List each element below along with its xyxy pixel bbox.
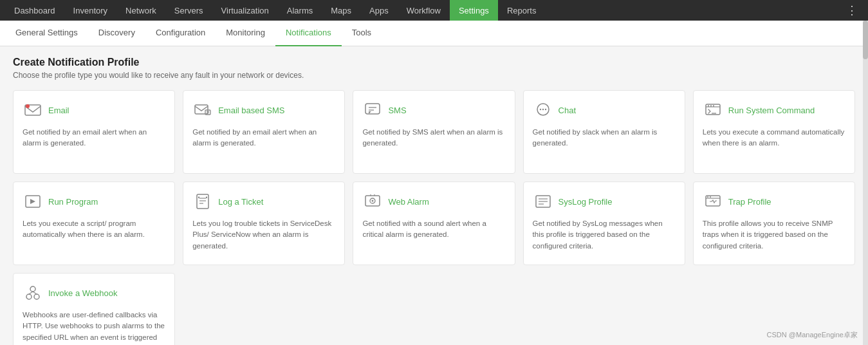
svg-line-44 [29,292,33,294]
card-trap-title: Trap Profile [728,197,771,207]
email-icon [23,100,43,120]
card-webhook-title: Invoke a Webhook [48,288,117,298]
page-title: Create Notification Profile [13,57,855,68]
card-run-program-desc: Lets you execute a script/ program autom… [23,218,165,241]
card-chat[interactable]: Chat Get notified by slack when an alarm… [523,90,685,174]
syslog-profile-icon [533,191,553,212]
svg-rect-17 [710,106,712,107]
svg-rect-22 [197,194,208,209]
card-run-program[interactable]: Run Program Lets you execute a script/ p… [13,182,175,265]
card-email-sms-title: Email based SMS [218,106,284,115]
card-rsc-desc: Lets you execute a command automatically… [703,127,845,149]
card-trap-header: Trap Profile [703,191,845,212]
subnav-configuration[interactable]: Configuration [145,21,216,46]
card-syslog-header: SysLog Profile [533,191,676,212]
card-run-system-command[interactable]: Run System Command Lets you execute a co… [693,90,855,174]
card-sms-header: SMS [362,100,505,120]
card-run-program-title: Run Program [48,197,98,207]
watermark: CSDN @ManageEngine卓家 [767,330,858,340]
nav-servers[interactable]: Servers [165,0,212,21]
svg-point-40 [710,196,711,198]
scrollbar[interactable] [863,21,868,345]
nav-reports[interactable]: Reports [498,0,546,21]
svg-rect-27 [206,197,207,199]
subnav-tools[interactable]: Tools [342,21,382,46]
card-email-title: Email [48,106,69,115]
card-rsc-title: Run System Command [728,106,815,115]
nav-network[interactable]: Network [116,0,165,21]
subnav-monitoring[interactable]: Monitoring [216,21,275,46]
svg-point-13 [544,109,546,110]
svg-rect-18 [713,106,714,107]
svg-marker-21 [30,199,35,204]
card-rsc-header: Run System Command [703,100,845,120]
sub-nav: General Settings Discovery Configuration… [0,21,868,46]
scrollbar-thumb[interactable] [863,21,868,59]
card-email-sms-header: Email based SMS [192,100,335,120]
card-web-alarm-desc: Get notified with a sound alert when a c… [362,218,505,241]
card-log-ticket[interactable]: Log a Ticket Lets you log trouble ticket… [183,182,345,265]
svg-point-43 [30,286,35,292]
email-sms-icon [192,100,213,120]
svg-rect-2 [195,105,208,114]
run-system-command-icon [703,100,723,120]
card-trap-desc: This profile allows you to receive SNMP … [703,218,845,252]
card-trap-profile[interactable]: Trap Profile This profile allows you to … [693,182,855,265]
card-web-alarm-title: Web Alarm [388,197,429,207]
subnav-discovery[interactable]: Discovery [88,21,145,46]
card-empty-2 [353,273,515,345]
log-ticket-icon [192,191,213,212]
card-empty-1 [183,273,345,345]
card-webhook[interactable]: Invoke a Webhook Webhooks are user-defin… [13,273,175,345]
card-webhook-header: Invoke a Webhook [23,283,165,303]
svg-point-11 [539,109,540,110]
card-sms-title: SMS [388,106,406,115]
cards-row-3: Invoke a Webhook Webhooks are user-defin… [13,273,855,345]
nav-settings[interactable]: Settings [450,0,498,21]
run-program-icon [23,191,43,212]
web-alarm-icon [362,191,383,212]
nav-virtualization[interactable]: Virtualization [212,0,278,21]
card-sms[interactable]: SMS Get notified by SMS alert when an al… [353,90,515,174]
card-email-desc: Get notified by an email alert when an a… [23,127,165,149]
subnav-notifications[interactable]: Notifications [275,21,342,46]
card-log-ticket-header: Log a Ticket [192,191,335,212]
card-run-program-header: Run Program [23,191,165,212]
page-content: Create Notification Profile Choose the p… [0,46,868,345]
card-email-sms-desc: Get notified by an email alert when an a… [192,127,335,149]
card-empty-3 [523,273,685,345]
card-syslog-profile[interactable]: SysLog Profile Get notified by SysLog me… [523,182,685,265]
svg-point-41 [26,294,32,299]
card-web-alarm-header: Web Alarm [362,191,505,212]
svg-point-39 [707,196,708,198]
card-chat-title: Chat [559,106,576,115]
card-log-ticket-desc: Lets you log trouble tickets in ServiceD… [192,218,335,252]
card-log-ticket-title: Log a Ticket [218,197,263,207]
webhook-icon [23,283,43,303]
trap-profile-icon [703,191,723,212]
more-options-icon[interactable]: ⋮ [841,3,863,17]
card-email-sms[interactable]: Email based SMS Get notified by an email… [183,90,345,174]
sms-icon [362,100,383,120]
card-syslog-desc: Get notified by SysLog messages when thi… [533,218,676,252]
top-nav: Dashboard Inventory Network Servers Virt… [0,0,868,21]
svg-point-42 [34,294,39,299]
nav-maps[interactable]: Maps [322,0,360,21]
card-email[interactable]: Email Get notified by an email alert whe… [13,90,175,174]
nav-inventory[interactable]: Inventory [64,0,116,21]
nav-alarms[interactable]: Alarms [278,0,322,21]
cards-row-1: Email Get notified by an email alert whe… [13,90,855,174]
chat-icon [533,100,553,120]
svg-point-12 [542,109,543,110]
nav-workflow[interactable]: Workflow [398,0,450,21]
page-subtitle: Choose the profile type you would like t… [13,71,855,80]
card-web-alarm[interactable]: Web Alarm Get notified with a sound aler… [353,182,515,265]
card-syslog-title: SysLog Profile [559,197,613,207]
nav-apps[interactable]: Apps [360,0,398,21]
cards-row-2: Run Program Lets you execute a script/ p… [13,182,855,265]
nav-dashboard[interactable]: Dashboard [5,0,64,21]
card-chat-header: Chat [533,100,676,120]
subnav-general-settings[interactable]: General Settings [5,21,88,46]
card-webhook-desc: Webhooks are user-defined callbacks via … [23,310,165,345]
card-email-header: Email [23,100,165,120]
